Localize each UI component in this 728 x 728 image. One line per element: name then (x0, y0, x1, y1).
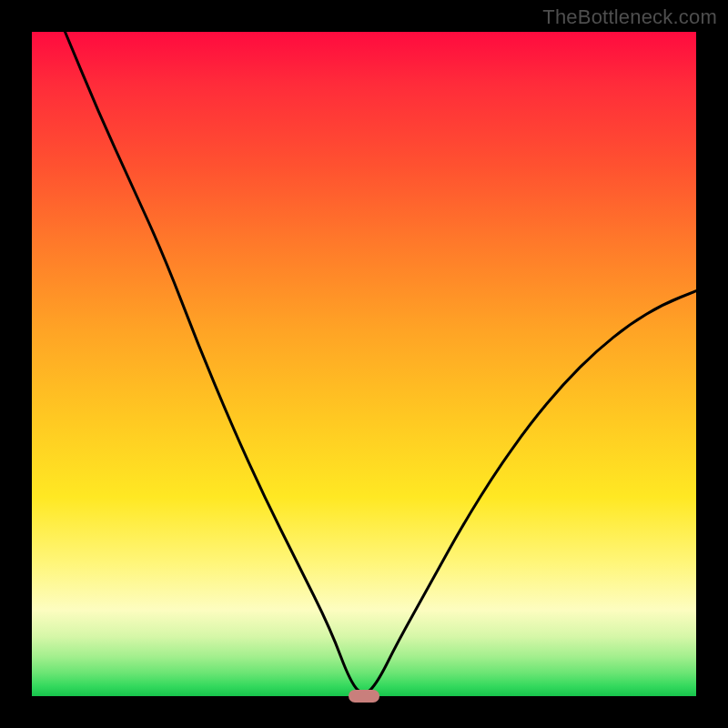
chart-frame: TheBottleneck.com (0, 0, 728, 728)
watermark-text: TheBottleneck.com (542, 5, 717, 29)
curve-svg (32, 32, 696, 696)
bottleneck-curve (66, 32, 697, 693)
plot-area (32, 32, 696, 696)
minimum-marker (349, 690, 379, 703)
